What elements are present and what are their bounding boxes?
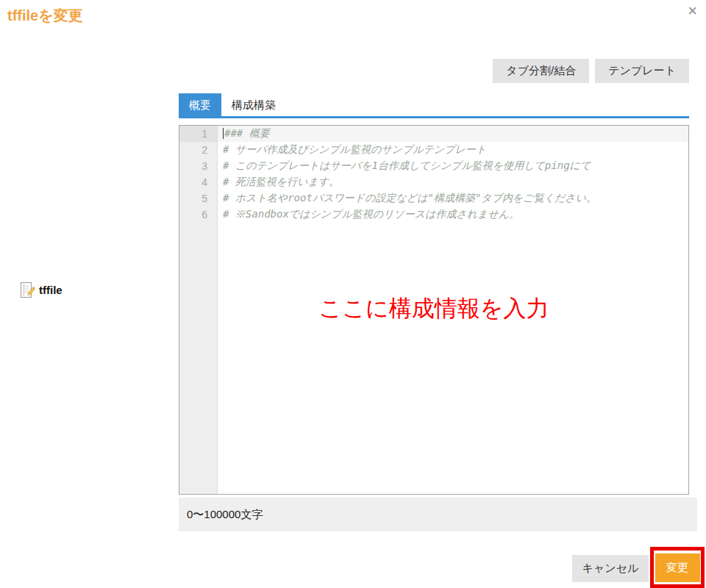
char-count-bar: 0〜100000文字 [179,498,697,531]
change-file-dialog: tffileを変更 × tffile タブ分割/結合 テンプレート [0,0,706,588]
editor-line-4: 4 # 死活監視を行います。 [179,174,688,190]
code-text: # このテンプレートはサーバを1台作成してシンプル監視を使用してpingにて [218,159,591,173]
line-number: 4 [179,174,218,190]
tab-split-merge-button[interactable]: タブ分割/結合 [493,59,589,83]
tab-bar: 概要 構成構築 [179,93,689,118]
dialog-title: tffileを変更 [7,6,83,26]
cancel-button[interactable]: キャンセル [572,555,649,582]
text-cursor [223,128,224,139]
code-text: # ※Sandboxではシンプル監視のリソースは作成されません。 [218,208,519,221]
editor-line-1: 1 ### 概要 [179,126,688,142]
annotation-text: ここに構成情報を入力 [179,293,688,324]
code-text: # 死活監視を行います。 [218,176,339,189]
editor-line-2: 2 # サーバ作成及びシンプル監視のサンプルテンプレート [179,142,688,158]
line-number: 6 [179,207,218,223]
char-count-text: 0〜100000文字 [187,508,263,522]
edit-file-icon [20,282,35,298]
code-text: # ホスト名やrootパスワードの設定などは"構成構築"タブ内をご覧ください。 [218,192,596,205]
line-number: 2 [179,142,218,158]
template-button[interactable]: テンプレート [595,59,689,83]
line-number: 1 [179,126,218,142]
tab-overview[interactable]: 概要 [179,93,221,116]
line-number: 5 [179,190,218,207]
editor-toolbar: タブ分割/結合 テンプレート [179,59,689,83]
file-label: tffile [39,284,63,296]
tab-configuration[interactable]: 構成構築 [221,93,286,116]
submit-button[interactable]: 変更 [655,553,700,582]
file-tree-item-tffile[interactable]: tffile [20,282,63,298]
code-text: # サーバ作成及びシンプル監視のサンプルテンプレート [218,143,486,157]
annotation-highlight-box: 変更 [650,547,705,588]
editor-line-5: 5 # ホスト名やrootパスワードの設定などは"構成構築"タブ内をご覧ください… [179,190,688,207]
line-number: 3 [179,158,218,174]
code-text: ### 概要 [218,127,270,140]
close-icon[interactable]: × [688,3,697,19]
editor-line-3: 3 # このテンプレートはサーバを1台作成してシンプル監視を使用してpingにて [179,158,688,174]
code-editor[interactable]: 1 ### 概要 2 # サーバ作成及びシンプル監視のサンプルテンプレート 3 … [179,125,689,495]
editor-line-6: 6 # ※Sandboxではシンプル監視のリソースは作成されません。 [179,207,688,223]
